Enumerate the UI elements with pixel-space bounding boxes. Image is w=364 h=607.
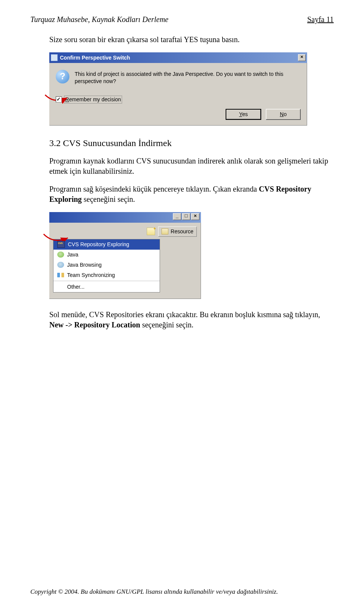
- body: Size soru soran bir ekran çıkarsa sol ta…: [49, 35, 334, 330]
- remember-row: Remember my decision: [56, 96, 301, 104]
- menu-separator: [53, 281, 160, 281]
- close-button[interactable]: ×: [298, 54, 306, 61]
- java-icon: [57, 252, 64, 258]
- remember-checkbox[interactable]: [56, 96, 62, 102]
- dialog-message: This kind of project is associated with …: [75, 71, 301, 85]
- no-button[interactable]: No: [266, 109, 301, 120]
- resource-perspective-button[interactable]: Resource: [158, 226, 197, 237]
- window-titlebar: _ □ ×: [49, 212, 201, 223]
- paragraph-2: Programın kaynak kodlarını CVS sunucusun…: [49, 156, 334, 176]
- page: Turquaz Muhasebe, Kaynak Kodları Derleme…: [0, 0, 364, 607]
- close-button[interactable]: ×: [191, 213, 199, 220]
- perspective-popup: CVS Repository Exploring Java Java Brows…: [53, 239, 160, 292]
- perspective-item-cvs[interactable]: CVS Repository Exploring: [53, 239, 160, 250]
- perspective-body: Resource CVS Repository Exploring Java: [49, 223, 201, 299]
- open-perspective-icon[interactable]: [147, 228, 155, 235]
- perspective-item-java[interactable]: Java: [53, 250, 160, 260]
- perspective-item-label: Java Browsing: [67, 261, 102, 269]
- perspective-item-java-browsing[interactable]: Java Browsing: [53, 260, 160, 270]
- para4-text-a: Sol menüde, CVS Repositories ekranı çıka…: [49, 310, 320, 319]
- para4-text-c: seçeneğini seçin.: [140, 321, 194, 329]
- perspective-item-label: Java: [67, 251, 78, 258]
- resource-icon: [162, 228, 168, 234]
- header-left: Turquaz Muhasebe, Kaynak Kodları Derleme: [30, 15, 168, 24]
- section-heading: 3.2 CVS Sunucusundan İndirmek: [49, 137, 334, 149]
- para3-text-a: Programın sağ köşesindeki küçük pencerey…: [49, 185, 259, 193]
- perspective-switcher: _ □ × Resource: [49, 212, 201, 299]
- resource-label: Resource: [171, 228, 193, 235]
- eclipse-icon: [51, 54, 58, 61]
- perspective-item-label: Other...: [67, 283, 85, 291]
- perspective-item-team[interactable]: Team Synchronizing: [53, 270, 160, 280]
- page-footer: Copyright © 2004. Bu dokümanı GNU/GPL li…: [30, 588, 334, 596]
- perspective-toolbar: Resource: [53, 226, 197, 237]
- maximize-button[interactable]: □: [182, 213, 190, 220]
- perspective-item-other[interactable]: Other...: [53, 282, 160, 292]
- dialog-title: Confirm Perspective Switch: [60, 54, 298, 61]
- dialog-body: This kind of project is associated with …: [49, 63, 307, 126]
- para3-text-c: seçeneğini seçin.: [82, 195, 135, 203]
- dialog-message-row: This kind of project is associated with …: [56, 70, 301, 85]
- perspective-item-label: Team Synchronizing: [67, 272, 115, 279]
- perspective-item-label: CVS Repository Exploring: [68, 241, 129, 248]
- team-sync-icon: [57, 272, 64, 278]
- yes-button[interactable]: Yes: [226, 109, 261, 120]
- para4-bold: New -> Repository Location: [49, 321, 140, 329]
- paragraph-4: Sol menüde, CVS Repositories ekranı çıka…: [49, 310, 334, 330]
- minimize-button[interactable]: _: [173, 213, 181, 220]
- intro-paragraph: Size soru soran bir ekran çıkarsa sol ta…: [49, 35, 334, 45]
- dialog-button-row: Yes No: [56, 109, 301, 120]
- remember-label: Remember my decision: [64, 96, 122, 104]
- java-browsing-icon: [57, 262, 64, 268]
- question-icon: [56, 70, 69, 83]
- confirm-perspective-dialog: Confirm Perspective Switch × This kind o…: [49, 52, 307, 126]
- blank-icon: [57, 284, 64, 290]
- cvs-icon: [57, 241, 65, 248]
- dialog-titlebar: Confirm Perspective Switch ×: [49, 52, 307, 63]
- paragraph-3: Programın sağ köşesindeki küçük pencerey…: [49, 184, 334, 204]
- header-page-number: Sayfa 11: [307, 15, 334, 24]
- page-header: Turquaz Muhasebe, Kaynak Kodları Derleme…: [30, 15, 334, 24]
